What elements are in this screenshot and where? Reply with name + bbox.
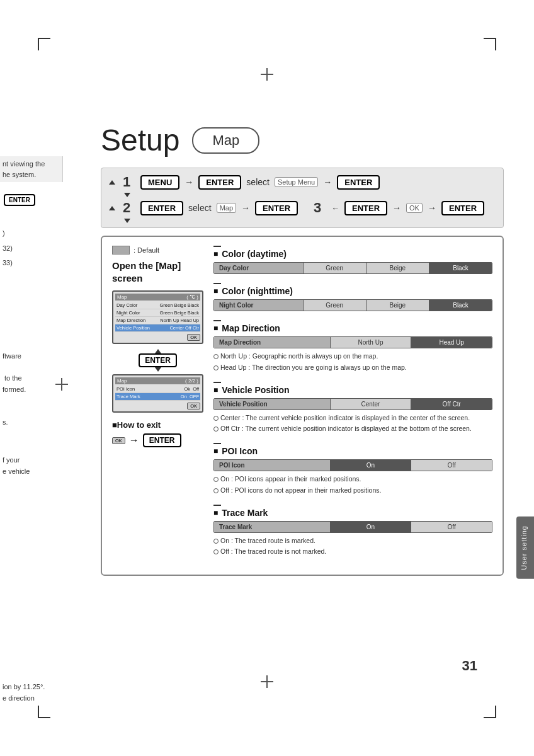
step2-label: Map <box>217 203 236 213</box>
connector-line-4 <box>213 382 221 383</box>
desc-poi-off: Off : POI icons do not appear in their m… <box>213 486 492 496</box>
section-connector-nighttime <box>213 283 492 284</box>
mini-row-trace: Trace MarkOn OFF <box>115 393 200 401</box>
option-night-green[interactable]: Green <box>304 300 366 311</box>
default-label: : Default <box>134 246 159 254</box>
section-trace-mark: Trace Mark Trace Mark On Off On : The tr… <box>213 505 492 558</box>
step1-enter2-btn[interactable]: ENTER <box>337 175 380 190</box>
mini-row-mapdirection: Map DirectionNorth Up Head Up <box>115 317 200 324</box>
step2-enter2-btn[interactable]: ENTER <box>255 201 298 215</box>
section-poi-icon: POI Icon POI Icon On Off On : POI icons … <box>213 443 492 496</box>
exit-buttons: OK → ENTER <box>112 433 203 447</box>
enter-arrow-up <box>155 349 161 353</box>
arrow-down-icon <box>124 193 130 197</box>
option-poi-label: POI Icon <box>214 460 331 471</box>
page-number: 31 <box>462 658 477 674</box>
step1-arrow1: → <box>185 177 193 187</box>
section-title-color-daytime: Color (daytime) <box>213 249 492 259</box>
option-day-green[interactable]: Green <box>304 263 366 273</box>
step2-num2: 3 <box>314 200 326 216</box>
desc-center: Center : The current vehicle position in… <box>213 413 492 423</box>
option-mapdirection-label: Map Direction <box>214 337 331 348</box>
option-night-beige[interactable]: Beige <box>366 300 429 311</box>
option-day-black[interactable]: Black <box>429 263 492 273</box>
step2-enter4-btn[interactable]: ENTER <box>441 201 484 215</box>
desc-trace-off: Off : The traced route is not marked. <box>213 547 492 557</box>
section-map-direction: Map Direction Map Direction North Up Hea… <box>213 320 492 373</box>
desc-trace-on: On : The traced route is marked. <box>213 536 492 546</box>
connector-line-3 <box>213 320 221 321</box>
desc-poi-on: On : POI icons appear in their marked po… <box>213 474 492 484</box>
option-center[interactable]: Center <box>331 399 412 410</box>
option-northup[interactable]: North Up <box>331 337 412 348</box>
left-partial-text: nt viewing the he system. <box>0 156 63 182</box>
step1-text: select <box>246 177 270 187</box>
page-title: Setup <box>101 123 179 158</box>
step1-label: Setup Menu <box>275 177 318 187</box>
section-connector-trace <box>213 505 492 506</box>
left-bottom-text: ion by 11.25°. e direction <box>0 680 69 705</box>
enter-arrow-block: ENTER <box>112 349 203 372</box>
step1-enter-btn[interactable]: ENTER <box>198 175 241 190</box>
step2-arrow2: → <box>392 203 401 213</box>
section-title-vehicle-position: Vehicle Position <box>213 385 492 395</box>
section-vehicle-position: Vehicle Position Vehicle Position Center… <box>213 382 492 435</box>
option-row-vehicle: Vehicle Position Center Off Ctr <box>213 398 492 410</box>
step2-enter-btn[interactable]: ENTER <box>140 201 183 215</box>
section-title-trace-mark: Trace Mark <box>213 508 492 518</box>
option-offctr[interactable]: Off Ctr <box>411 399 492 410</box>
section-connector-mapdirection <box>213 320 492 321</box>
main-content: Setup Map 1 MENU → ENTER select Setup Me… <box>101 123 504 576</box>
option-row-trace: Trace Mark On Off <box>213 521 492 533</box>
bullet-icon-2 <box>213 365 219 370</box>
option-trace-off[interactable]: Off <box>411 522 492 532</box>
step2-arrow-down-icon <box>124 219 130 223</box>
bullet-icon-8 <box>213 549 219 554</box>
user-setting-tab: User setting <box>516 517 534 579</box>
exit-arrow: → <box>129 435 139 446</box>
right-column: Color (daytime) Day Color Green Beige Bl… <box>213 246 492 566</box>
option-night-black[interactable]: Black <box>429 300 492 311</box>
step2-enter3-btn[interactable]: ENTER <box>344 201 387 215</box>
connector-line-5 <box>213 443 221 444</box>
section-color-nighttime: Color (nighttime) Night Color Green Beig… <box>213 283 492 311</box>
connector-line-1 <box>213 246 221 247</box>
mini-row-nightcolor: Night ColorGreen Beige Black <box>115 309 200 317</box>
option-poi-on[interactable]: On <box>331 460 412 471</box>
desc-offctr: Off Ctr : The current vehicle position i… <box>213 424 492 434</box>
option-poi-off[interactable]: Off <box>411 460 492 471</box>
bullet-icon-3 <box>213 416 219 421</box>
arrow-up-icon <box>109 180 115 185</box>
crosshair-bottom <box>261 675 273 688</box>
step1-menu-btn[interactable]: MENU <box>140 175 179 190</box>
mini-ok-btn-2: OK <box>115 403 200 410</box>
exit-enter-btn[interactable]: ENTER <box>143 433 181 447</box>
section-title-map-direction: Map Direction <box>213 323 492 333</box>
section-color-daytime: Color (daytime) Day Color Green Beige Bl… <box>213 246 492 274</box>
option-trace-label: Trace Mark <box>214 522 331 532</box>
mini-screen-1: Map ( ℃ ) Day ColorGreen Beige Black Nig… <box>112 290 203 344</box>
exit-ok-btn[interactable]: OK <box>112 437 125 444</box>
bullet-icon <box>213 354 219 359</box>
corner-mark-br <box>477 699 496 718</box>
option-headup[interactable]: Head Up <box>411 337 492 348</box>
title-area: Setup Map <box>101 123 504 158</box>
step1-arrow2: → <box>323 177 332 187</box>
option-night-color-label: Night Color <box>214 300 304 311</box>
section-connector-poi <box>213 443 492 444</box>
option-day-beige[interactable]: Beige <box>366 263 429 273</box>
main-box: : Default Open the [Map] screen Map ( ℃ … <box>101 236 504 576</box>
left-side-partial: ) 32) 33) <box>0 227 60 270</box>
left-partial-enter: ENTER <box>0 192 39 208</box>
left-column: : Default Open the [Map] screen Map ( ℃ … <box>112 246 203 566</box>
option-trace-on[interactable]: On <box>331 522 412 532</box>
step2-text: select <box>188 203 212 213</box>
corner-mark-tr <box>477 38 496 57</box>
step-2-row: 2 ENTER select Map → ENTER 3 ← ENTER → O… <box>109 198 496 218</box>
section-connector-vehicle <box>213 382 492 383</box>
screen-title: Open the [Map] screen <box>112 260 203 284</box>
option-row-nighttime: Night Color Green Beige Black <box>213 299 492 311</box>
desc-headup: Head Up : The direction you are going is… <box>213 363 492 373</box>
enter-btn-mid[interactable]: ENTER <box>139 353 177 367</box>
option-vehicle-label: Vehicle Position <box>214 399 331 410</box>
